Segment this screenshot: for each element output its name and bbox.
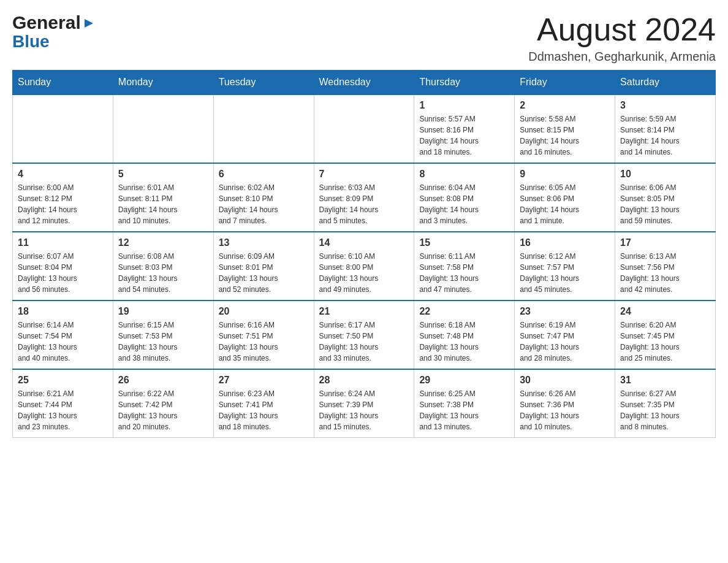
calendar-cell: 1Sunrise: 5:57 AMSunset: 8:16 PMDaylight… [414,94,515,163]
day-info: Sunrise: 6:03 AMSunset: 8:09 PMDaylight:… [319,182,409,226]
day-info: Sunrise: 6:24 AMSunset: 7:39 PMDaylight:… [319,388,409,432]
day-info: Sunrise: 6:04 AMSunset: 8:08 PMDaylight:… [419,182,509,226]
calendar-cell: 29Sunrise: 6:25 AMSunset: 7:38 PMDayligh… [414,369,515,438]
day-info: Sunrise: 6:06 AMSunset: 8:05 PMDaylight:… [620,182,710,226]
day-info: Sunrise: 6:02 AMSunset: 8:10 PMDaylight:… [219,182,309,226]
calendar-cell [213,94,314,163]
calendar-header-thursday: Thursday [414,71,515,95]
day-info: Sunrise: 6:18 AMSunset: 7:48 PMDaylight:… [419,320,509,364]
day-number: 29 [419,375,509,386]
day-number: 16 [520,237,610,248]
calendar-cell [13,94,113,163]
day-number: 1 [419,100,509,111]
calendar-week-row: 4Sunrise: 6:00 AMSunset: 8:12 PMDaylight… [13,163,716,232]
day-info: Sunrise: 6:21 AMSunset: 7:44 PMDaylight:… [18,388,108,432]
day-info: Sunrise: 6:19 AMSunset: 7:47 PMDaylight:… [520,320,610,364]
calendar-cell: 31Sunrise: 6:27 AMSunset: 7:35 PMDayligh… [615,369,716,438]
day-info: Sunrise: 6:10 AMSunset: 8:00 PMDaylight:… [319,251,409,295]
day-number: 4 [18,169,108,180]
calendar-cell: 5Sunrise: 6:01 AMSunset: 8:11 PMDaylight… [113,163,213,232]
day-number: 25 [18,375,108,386]
calendar-header-tuesday: Tuesday [213,71,314,95]
svg-marker-0 [85,19,93,28]
calendar-cell: 20Sunrise: 6:16 AMSunset: 7:51 PMDayligh… [213,301,314,369]
day-number: 8 [419,169,509,180]
day-info: Sunrise: 6:11 AMSunset: 7:58 PMDaylight:… [419,251,509,295]
calendar-cell: 3Sunrise: 5:59 AMSunset: 8:14 PMDaylight… [615,94,716,163]
calendar-cell: 7Sunrise: 6:03 AMSunset: 8:09 PMDaylight… [314,163,414,232]
calendar-cell: 9Sunrise: 6:05 AMSunset: 8:06 PMDaylight… [515,163,615,232]
day-number: 12 [118,237,208,248]
calendar-cell: 17Sunrise: 6:13 AMSunset: 7:56 PMDayligh… [615,232,716,301]
day-number: 24 [620,306,710,317]
calendar-cell: 13Sunrise: 6:09 AMSunset: 8:01 PMDayligh… [213,232,314,301]
calendar-cell: 27Sunrise: 6:23 AMSunset: 7:41 PMDayligh… [213,369,314,438]
day-number: 22 [419,306,509,317]
calendar-week-row: 25Sunrise: 6:21 AMSunset: 7:44 PMDayligh… [13,369,716,438]
day-number: 31 [620,375,710,386]
day-number: 17 [620,237,710,248]
day-number: 20 [219,306,309,317]
calendar-header-wednesday: Wednesday [314,71,414,95]
day-info: Sunrise: 5:58 AMSunset: 8:15 PMDaylight:… [520,113,610,158]
day-number: 9 [520,169,610,180]
day-info: Sunrise: 6:25 AMSunset: 7:38 PMDaylight:… [419,388,509,432]
day-number: 18 [18,306,108,317]
day-number: 5 [118,169,208,180]
title-block: August 2024 Ddmashen, Gegharkunik, Armen… [528,12,716,64]
day-number: 21 [319,306,409,317]
day-info: Sunrise: 6:23 AMSunset: 7:41 PMDaylight:… [219,388,309,432]
day-info: Sunrise: 6:00 AMSunset: 8:12 PMDaylight:… [18,182,108,226]
calendar-cell: 24Sunrise: 6:20 AMSunset: 7:45 PMDayligh… [615,301,716,369]
day-info: Sunrise: 6:22 AMSunset: 7:42 PMDaylight:… [118,388,208,432]
calendar-cell: 12Sunrise: 6:08 AMSunset: 8:03 PMDayligh… [113,232,213,301]
day-number: 15 [419,237,509,248]
day-number: 10 [620,169,710,180]
logo-general-text: General [12,12,81,33]
calendar-cell: 21Sunrise: 6:17 AMSunset: 7:50 PMDayligh… [314,301,414,369]
calendar-cell: 16Sunrise: 6:12 AMSunset: 7:57 PMDayligh… [515,232,615,301]
day-info: Sunrise: 6:17 AMSunset: 7:50 PMDaylight:… [319,320,409,364]
calendar-cell: 15Sunrise: 6:11 AMSunset: 7:58 PMDayligh… [414,232,515,301]
logo-arrow-icon [82,17,96,30]
calendar-cell: 25Sunrise: 6:21 AMSunset: 7:44 PMDayligh… [13,369,113,438]
day-number: 30 [520,375,610,386]
day-number: 28 [319,375,409,386]
calendar-header-row: SundayMondayTuesdayWednesdayThursdayFrid… [13,71,716,95]
day-info: Sunrise: 6:20 AMSunset: 7:45 PMDaylight:… [620,320,710,364]
calendar-header-friday: Friday [515,71,615,95]
calendar-cell: 26Sunrise: 6:22 AMSunset: 7:42 PMDayligh… [113,369,213,438]
calendar-cell: 28Sunrise: 6:24 AMSunset: 7:39 PMDayligh… [314,369,414,438]
calendar-header-sunday: Sunday [13,71,113,95]
calendar-cell: 18Sunrise: 6:14 AMSunset: 7:54 PMDayligh… [13,301,113,369]
calendar-cell: 22Sunrise: 6:18 AMSunset: 7:48 PMDayligh… [414,301,515,369]
day-info: Sunrise: 5:59 AMSunset: 8:14 PMDaylight:… [620,113,710,158]
logo[interactable]: General Blue [12,12,96,50]
calendar-cell: 8Sunrise: 6:04 AMSunset: 8:08 PMDaylight… [414,163,515,232]
day-number: 6 [219,169,309,180]
day-info: Sunrise: 6:12 AMSunset: 7:57 PMDaylight:… [520,251,610,295]
calendar-cell [113,94,213,163]
day-info: Sunrise: 5:57 AMSunset: 8:16 PMDaylight:… [419,113,509,158]
day-number: 27 [219,375,309,386]
day-number: 14 [319,237,409,248]
calendar-title: August 2024 [528,12,716,47]
calendar-cell: 10Sunrise: 6:06 AMSunset: 8:05 PMDayligh… [615,163,716,232]
calendar-cell [314,94,414,163]
day-info: Sunrise: 6:15 AMSunset: 7:53 PMDaylight:… [118,320,208,364]
day-number: 13 [219,237,309,248]
logo-blue-text: Blue [12,32,50,51]
day-info: Sunrise: 6:05 AMSunset: 8:06 PMDaylight:… [520,182,610,226]
day-info: Sunrise: 6:13 AMSunset: 7:56 PMDaylight:… [620,251,710,295]
day-number: 7 [319,169,409,180]
day-info: Sunrise: 6:26 AMSunset: 7:36 PMDaylight:… [520,388,610,432]
calendar-cell: 4Sunrise: 6:00 AMSunset: 8:12 PMDaylight… [13,163,113,232]
day-number: 26 [118,375,208,386]
calendar-table: SundayMondayTuesdayWednesdayThursdayFrid… [12,70,716,438]
calendar-cell: 23Sunrise: 6:19 AMSunset: 7:47 PMDayligh… [515,301,615,369]
day-info: Sunrise: 6:08 AMSunset: 8:03 PMDaylight:… [118,251,208,295]
day-number: 19 [118,306,208,317]
calendar-location: Ddmashen, Gegharkunik, Armenia [528,50,716,64]
day-info: Sunrise: 6:14 AMSunset: 7:54 PMDaylight:… [18,320,108,364]
day-number: 3 [620,100,710,111]
